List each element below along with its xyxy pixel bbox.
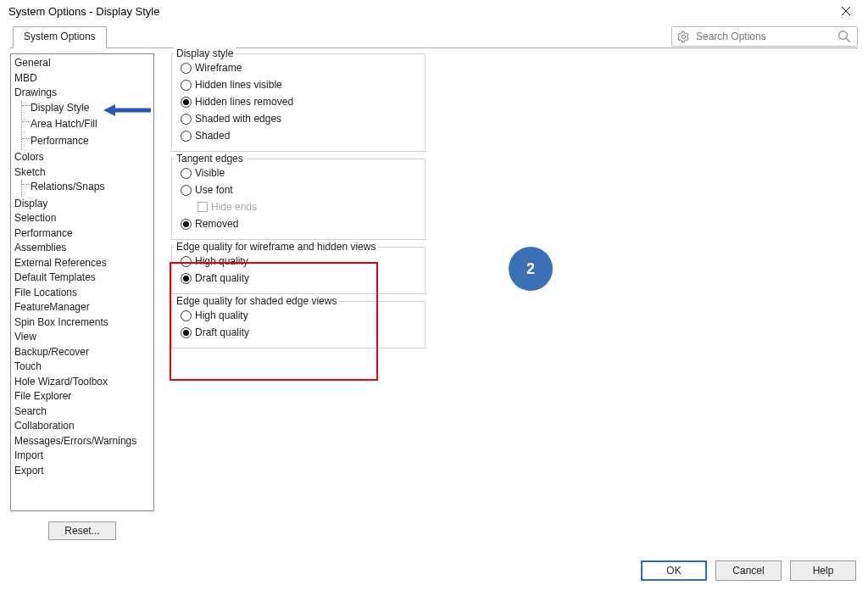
- ok-button[interactable]: OK: [641, 560, 707, 581]
- label-tangent-visible: Visible: [195, 167, 225, 179]
- label-wireframe: Wireframe: [195, 62, 242, 74]
- nav-view[interactable]: View: [14, 330, 152, 345]
- reset-button[interactable]: Reset...: [48, 521, 116, 540]
- group-edge-quality-wireframe-title: Edge quality for wireframe and hidden vi…: [174, 241, 378, 253]
- search-input[interactable]: [694, 30, 837, 43]
- nav-file-locations[interactable]: File Locations: [14, 286, 152, 301]
- nav-sketch-relations-snaps[interactable]: Relations/Snaps: [22, 180, 152, 197]
- group-edge-quality-wireframe: Edge quality for wireframe and hidden vi…: [171, 247, 426, 294]
- svg-line-3: [846, 38, 850, 42]
- label-tangent-removed: Removed: [195, 218, 238, 230]
- group-edge-quality-shaded-title: Edge quality for shaded edge views: [174, 295, 339, 307]
- radio-tangent-visible[interactable]: [181, 168, 192, 179]
- nav-performance[interactable]: Performance: [14, 226, 152, 242]
- group-display-style-title: Display style: [174, 47, 236, 59]
- nav-collaboration[interactable]: Collaboration: [14, 419, 152, 434]
- label-wire-high: High quality: [195, 255, 248, 267]
- nav-spin-box[interactable]: Spin Box Increments: [14, 315, 152, 331]
- group-display-style: Display style Wireframe Hidden lines vis…: [171, 53, 426, 152]
- radio-tangent-removed[interactable]: [181, 219, 192, 230]
- radio-shaded[interactable]: [181, 131, 192, 142]
- group-tangent-edges: Tangent edges Visible Use font Hide ends…: [171, 159, 426, 240]
- nav-search[interactable]: Search: [14, 404, 152, 420]
- nav-export[interactable]: Export: [14, 464, 152, 479]
- nav-backup-recover[interactable]: Backup/Recover: [14, 345, 152, 360]
- nav-hole-wizard[interactable]: Hole Wizard/Toolbox: [14, 375, 152, 390]
- svg-point-2: [839, 31, 848, 40]
- nav-messages[interactable]: Messages/Errors/Warnings: [14, 434, 152, 449]
- close-icon: [841, 6, 851, 16]
- window-title: System Options - Display Style: [8, 5, 159, 18]
- nav-assemblies[interactable]: Assemblies: [14, 241, 152, 256]
- label-hidden-visible: Hidden lines visible: [195, 79, 282, 91]
- nav-colors[interactable]: Colors: [14, 150, 152, 165]
- label-hide-ends: Hide ends: [211, 201, 257, 213]
- label-wire-draft: Draft quality: [195, 272, 249, 284]
- cancel-button[interactable]: Cancel: [715, 560, 782, 581]
- label-shaded-draft: Draft quality: [195, 326, 249, 338]
- close-button[interactable]: [829, 0, 863, 22]
- group-edge-quality-shaded: Edge quality for shaded edge views High …: [171, 301, 426, 348]
- radio-tangent-use-font[interactable]: [181, 185, 192, 196]
- radio-hidden-removed[interactable]: [181, 97, 192, 108]
- tab-system-options[interactable]: System Options: [13, 26, 107, 48]
- nav-sketch[interactable]: Sketch: [14, 165, 152, 181]
- nav-external-references[interactable]: External References: [14, 256, 152, 271]
- nav-drawings-display-style[interactable]: Display Style: [22, 101, 152, 118]
- help-button[interactable]: Help: [790, 560, 856, 581]
- nav-selection[interactable]: Selection: [14, 211, 152, 226]
- label-shaded-edges: Shaded with edges: [195, 113, 281, 125]
- nav-display[interactable]: Display: [14, 197, 152, 212]
- radio-wire-draft[interactable]: [181, 273, 192, 284]
- nav-default-templates[interactable]: Default Templates: [14, 270, 152, 286]
- radio-shaded-high[interactable]: [181, 310, 192, 321]
- gear-icon[interactable]: [677, 31, 690, 43]
- radio-wireframe[interactable]: [181, 63, 192, 74]
- label-shaded-high: High quality: [195, 309, 248, 321]
- nav-touch[interactable]: Touch: [14, 360, 152, 375]
- nav-file-explorer[interactable]: File Explorer: [14, 389, 152, 404]
- nav-import[interactable]: Import: [14, 449, 152, 464]
- radio-hidden-visible[interactable]: [181, 80, 192, 91]
- search-options-field[interactable]: [671, 26, 858, 47]
- nav-general[interactable]: General: [14, 56, 152, 71]
- nav-featuremanager[interactable]: FeatureManager: [14, 300, 152, 315]
- label-shaded: Shaded: [195, 130, 230, 142]
- check-hide-ends: [198, 202, 208, 212]
- nav-mbd[interactable]: MBD: [14, 71, 152, 86]
- group-tangent-edges-title: Tangent edges: [174, 153, 246, 164]
- label-hidden-removed: Hidden lines removed: [195, 96, 293, 108]
- radio-shaded-edges[interactable]: [181, 114, 192, 125]
- radio-shaded-draft[interactable]: [181, 327, 192, 338]
- nav-drawings[interactable]: Drawings: [14, 86, 152, 101]
- nav-drawings-area-hatch[interactable]: Area Hatch/Fill: [22, 117, 152, 134]
- radio-wire-high[interactable]: [181, 256, 192, 267]
- search-icon[interactable]: [837, 29, 852, 44]
- nav-drawings-performance[interactable]: Performance: [22, 134, 152, 151]
- label-tangent-use-font: Use font: [195, 184, 233, 196]
- options-nav-tree[interactable]: General MBD Drawings Display Style Area …: [10, 53, 154, 511]
